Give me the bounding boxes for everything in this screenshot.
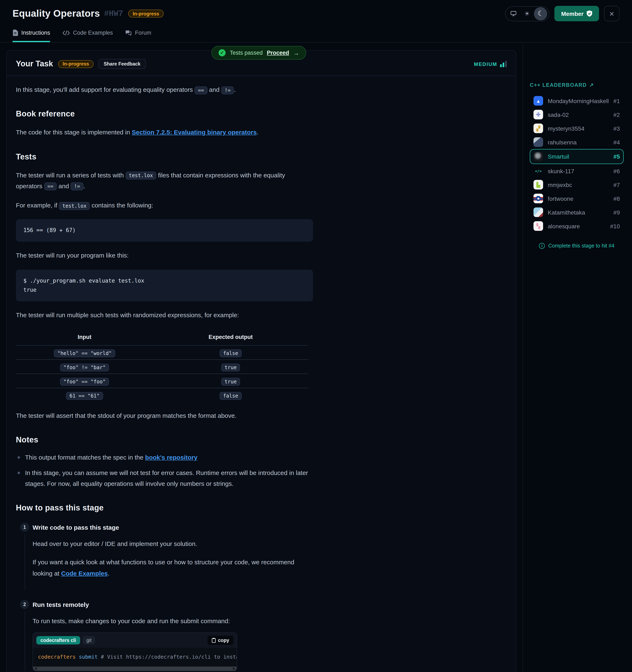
leaderboard-row[interactable]: ▞ mysteryn3554 #3 — [530, 121, 624, 135]
tab-label: Forum — [135, 30, 151, 36]
leaderboard-row[interactable]: rahulsenna #4 — [530, 135, 624, 149]
step-2: 2 Run tests remotely To run tests, make … — [16, 600, 313, 671]
leaderboard-rank: #3 — [613, 125, 620, 132]
leaderboard-rank: #10 — [610, 223, 620, 230]
input-chip: "foo" == "foo" — [60, 378, 109, 385]
system-monitor-icon[interactable] — [508, 7, 520, 20]
anime-avatar — [534, 208, 543, 217]
leaderboard-rank: #7 — [613, 182, 620, 188]
text: This output format matches the spec in t… — [25, 454, 143, 461]
leaderboard-row[interactable]: ▲ MondayMorningHaskell #1 — [530, 94, 624, 108]
text: . — [257, 129, 258, 136]
tests-paragraph-1: The tester will run a series of tests wi… — [16, 170, 313, 192]
note-item: In this stage, you can assume we will no… — [16, 467, 313, 489]
input-chip: 61 == "61" — [66, 392, 103, 400]
gold-pixel-avatar: ▞ — [534, 123, 543, 133]
leaderboard-row[interactable]: </> skunk-117 #6 — [530, 164, 624, 178]
tab-code-examples[interactable]: Code Examples — [63, 30, 113, 42]
scroll-right-icon[interactable]: ▶ — [233, 667, 235, 670]
inline-code-chip: == — [44, 183, 57, 191]
leaderboard-footer-note[interactable]: i Complete this stage to hit #4 — [530, 243, 624, 249]
close-icon[interactable]: × — [604, 6, 619, 21]
page-title: Equality Operators — [13, 8, 100, 19]
book-repository-link[interactable]: book's repository — [145, 454, 197, 461]
text: . — [108, 570, 109, 577]
task-status-badge: In-progress — [58, 60, 94, 68]
scroll-left-icon[interactable]: ◀ — [34, 667, 37, 670]
tab-codecrafters-cli[interactable]: codecrafters cli — [36, 636, 80, 645]
note-item: This output format matches the spec in t… — [16, 452, 313, 463]
token-subcommand: submit — [76, 654, 101, 660]
submit-terminal: codecrafters cli git copy codecrafters s… — [32, 632, 237, 671]
leaderboard-row[interactable]: ▚ alonesquare #10 — [530, 219, 624, 233]
leaderboard-name: Smartuil — [548, 153, 569, 160]
tests-paragraph-2: For example, if test.lox contains the fo… — [16, 200, 313, 211]
output-chip: false — [220, 349, 241, 357]
leaderboard-row[interactable]: Katamithetaka #9 — [530, 206, 624, 219]
book-reference-paragraph: The code for this stage is implemented i… — [16, 127, 313, 138]
tests-paragraph-5: The tester will assert that the stdout o… — [16, 410, 313, 422]
step-paragraph: To run tests, make changes to your code … — [32, 616, 313, 627]
notes-list: This output format matches the spec in t… — [16, 452, 313, 489]
table-header-expected: Expected output — [153, 331, 308, 345]
text: For example, if — [16, 201, 57, 209]
stage-id: #HW7 — [104, 9, 123, 18]
section-heading-book-reference: Book reference — [16, 110, 313, 119]
table-row: "foo" == "foo" true — [16, 374, 308, 388]
info-icon: i — [539, 243, 545, 249]
main-tabs: Instructions Code Examples Forum — [13, 30, 619, 42]
terminal-command: codecrafters submit # Visit https://code… — [33, 648, 237, 667]
leaderboard-name: rahulsenna — [548, 139, 577, 145]
input-chip: "foo" != "bar" — [60, 363, 109, 371]
tab-instructions[interactable]: Instructions — [13, 30, 50, 42]
leaderboard-rank: #1 — [613, 97, 620, 104]
step-1: 1 Write code to pass this stage Head ove… — [16, 523, 313, 590]
difficulty-label: MEDIUM — [474, 61, 497, 67]
section-heading-tests: Tests — [16, 152, 313, 161]
share-feedback-button[interactable]: Share Feedback — [99, 59, 145, 69]
book-section-link[interactable]: Section 7.2.5: Evaluating binary operato… — [132, 129, 257, 136]
text: The code for this stage is implemented i… — [16, 129, 130, 136]
table-header-input: Input — [16, 331, 153, 345]
input-chip: "hello" == "world" — [54, 349, 115, 357]
code-block-expression: 156 == (89 + 67) — [16, 219, 313, 242]
sun-icon[interactable]: ☀ — [521, 7, 533, 20]
step-paragraph: If you want a quick look at what functio… — [32, 557, 313, 579]
text: C++ LEADERBOARD — [530, 82, 587, 88]
difficulty-bars-icon — [500, 61, 507, 67]
text: and — [58, 183, 69, 190]
leaderboard-title[interactable]: C++ LEADERBOARD ↗ — [530, 82, 624, 88]
proceed-link[interactable]: Proceed — [267, 50, 289, 56]
task-heading: Your Task — [16, 59, 53, 69]
leaderboard-name: skunk-117 — [548, 168, 574, 174]
copy-button[interactable]: copy — [208, 636, 233, 645]
leaderboard-rank: #9 — [613, 209, 620, 216]
member-button[interactable]: Member — [555, 6, 599, 21]
tests-paragraph-3: The tester will run your program like th… — [16, 250, 313, 261]
moon-icon[interactable]: ☾ — [534, 7, 547, 20]
text: . — [84, 183, 85, 190]
inline-code-chip: test.lox — [125, 171, 156, 179]
code-icon — [63, 30, 70, 35]
tab-git[interactable]: git — [83, 636, 95, 645]
intro-paragraph: In this stage, you'll add support for ev… — [16, 84, 313, 95]
leaderboard-row[interactable]: ▙ mmjwxbc #7 — [530, 178, 624, 192]
leaderboard-rank: #4 — [613, 139, 620, 145]
horizontal-scrollbar[interactable]: ◀ ▶ — [33, 667, 237, 671]
clipboard-icon — [212, 638, 216, 643]
theme-switcher[interactable]: ☀ ☾ — [505, 6, 549, 21]
toast-text: Tests passed — [230, 50, 263, 56]
leaderboard-row[interactable]: fortwoone #8 — [530, 192, 624, 206]
shield-check-icon — [586, 10, 592, 17]
text: Complete this stage to hit #4 — [548, 243, 614, 249]
tab-label: Instructions — [21, 30, 50, 36]
code-examples-link[interactable]: Code Examples — [61, 570, 108, 577]
step-number: 1 — [20, 523, 29, 532]
tab-forum[interactable]: Forum — [125, 30, 151, 42]
member-label: Member — [561, 10, 584, 17]
leaderboard-row-current-user[interactable]: Smartuil #5 — [530, 149, 624, 164]
step-rail-line — [25, 611, 25, 671]
leaderboard-row[interactable]: ✚ sada-02 #2 — [530, 108, 624, 121]
status-badge: In-progress — [128, 9, 164, 18]
inline-code-chip: != — [221, 86, 234, 94]
